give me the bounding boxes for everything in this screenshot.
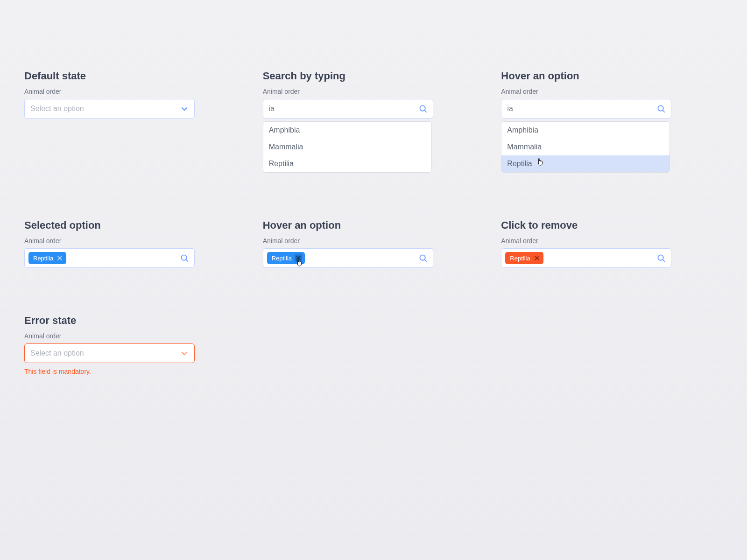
select-control[interactable]: Reptilia	[263, 248, 433, 268]
option-reptilia[interactable]: Reptilia	[263, 155, 431, 172]
section-click-to-remove: Click to remove Animal order Reptilia	[501, 219, 723, 268]
field-label: Animal order	[501, 88, 723, 95]
tag-label: Reptilia	[272, 255, 292, 262]
select-search-input[interactable]: ia	[501, 99, 671, 119]
option-amphibia[interactable]: Amphibia	[263, 122, 431, 139]
search-text: ia	[269, 105, 275, 113]
selected-tag: Reptilia	[267, 252, 305, 264]
selected-tag: Reptilia	[28, 252, 66, 264]
search-icon	[656, 104, 666, 114]
svg-line-3	[663, 111, 665, 112]
select-placeholder: Select an option	[30, 105, 84, 113]
options-dropdown: Amphibia Mammalia Reptilia	[501, 121, 670, 173]
svg-line-7	[186, 260, 188, 262]
section-title: Click to remove	[501, 219, 723, 231]
select-search-input[interactable]: ia	[263, 99, 433, 119]
field-label: Animal order	[263, 88, 485, 95]
section-error-state: Error state Animal order Select an optio…	[24, 315, 246, 375]
option-reptilia[interactable]: Reptilia	[501, 155, 669, 172]
tag-label: Reptilia	[33, 255, 53, 262]
option-mammalia[interactable]: Mammalia	[501, 139, 669, 155]
field-label: Animal order	[263, 237, 485, 245]
options-dropdown: Amphibia Mammalia Reptilia	[263, 121, 432, 173]
search-icon	[418, 253, 428, 263]
field-label: Animal order	[24, 88, 246, 95]
svg-line-11	[424, 260, 426, 262]
search-icon	[418, 104, 428, 114]
field-label: Animal order	[24, 237, 246, 245]
search-icon	[179, 253, 190, 263]
svg-line-1	[424, 111, 426, 112]
error-message: This field is mandatory.	[24, 368, 246, 375]
svg-line-15	[663, 260, 665, 262]
section-selected-option: Selected option Animal order Reptilia	[24, 219, 246, 268]
section-default-state: Default state Animal order Select an opt…	[24, 70, 246, 119]
search-icon	[656, 253, 666, 263]
search-text: ia	[507, 105, 513, 113]
selected-tag-removing: Reptilia	[505, 252, 543, 264]
tag-remove-button[interactable]	[295, 254, 302, 262]
section-title: Default state	[24, 70, 246, 82]
section-title: Search by typing	[263, 70, 485, 82]
select-placeholder: Select an option	[30, 349, 84, 357]
chevron-down-icon	[179, 104, 190, 114]
chevron-down-icon	[179, 348, 190, 358]
section-title: Selected option	[24, 219, 246, 231]
section-title: Hover an option	[501, 70, 723, 82]
section-title: Error state	[24, 315, 246, 327]
field-label: Animal order	[501, 237, 723, 245]
section-hover-option: Hover an option Animal order ia Amphibia…	[501, 70, 723, 173]
tag-label: Reptilia	[510, 255, 530, 262]
select-control[interactable]: Select an option	[24, 99, 195, 119]
option-mammalia[interactable]: Mammalia	[263, 139, 431, 155]
tag-remove-button[interactable]	[56, 254, 63, 262]
option-amphibia[interactable]: Amphibia	[501, 122, 669, 139]
section-search-by-typing: Search by typing Animal order ia Amphibi…	[263, 70, 485, 173]
select-control[interactable]: Reptilia	[24, 248, 195, 268]
section-hover-tag-remove: Hover an option Animal order Reptilia	[263, 219, 485, 268]
tag-remove-button[interactable]	[533, 254, 541, 262]
select-control-error[interactable]: Select an option	[24, 343, 195, 363]
select-control[interactable]: Reptilia	[501, 248, 671, 268]
field-label: Animal order	[24, 332, 246, 340]
section-title: Hover an option	[263, 219, 485, 231]
